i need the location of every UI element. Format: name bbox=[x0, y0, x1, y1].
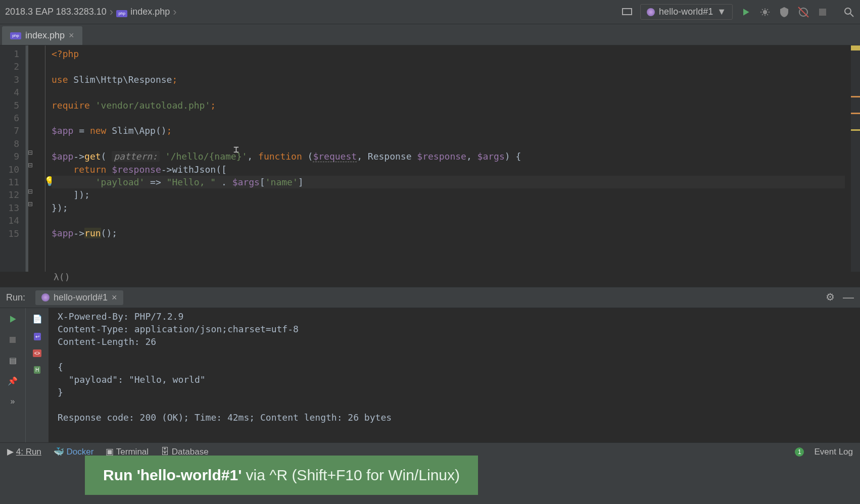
run-tab-label: hello-world#1 bbox=[54, 292, 108, 303]
php-run-icon bbox=[647, 8, 655, 16]
line-number: 4 bbox=[0, 86, 19, 98]
code-token: Slim\Http\Response bbox=[73, 74, 172, 85]
screen-icon[interactable] bbox=[621, 6, 633, 18]
minimize-icon[interactable]: — bbox=[843, 291, 854, 304]
stop-button[interactable] bbox=[817, 6, 829, 18]
debug-button[interactable] bbox=[759, 6, 771, 18]
line-number: 11 bbox=[0, 176, 19, 188]
code-token: ; bbox=[210, 100, 216, 111]
code-token: run bbox=[84, 228, 101, 238]
gutter: 1 2 3 4 5 6 7 8 9 10 11 12 13 14 15 bbox=[0, 45, 25, 272]
code-token: return bbox=[52, 164, 112, 175]
run-tab[interactable]: hello-world#1 × bbox=[35, 290, 123, 305]
profiler-button[interactable] bbox=[797, 6, 809, 18]
code-token: , Response bbox=[357, 151, 417, 162]
file-icon: php bbox=[116, 7, 127, 17]
code-token: , bbox=[247, 151, 258, 162]
close-icon[interactable]: × bbox=[112, 292, 117, 303]
run-toolbar-left: ▤ 📌 » bbox=[0, 308, 25, 442]
code-token: ( bbox=[302, 151, 313, 162]
console-output[interactable]: X-Powered-By: PHP/7.2.9 Content-Type: ap… bbox=[49, 308, 860, 442]
code-token: <?php bbox=[52, 48, 79, 59]
code-token: ]); bbox=[52, 189, 90, 200]
tab-label: index.php bbox=[25, 30, 65, 41]
code-token: 'payload' bbox=[95, 177, 145, 187]
popup-bold: Run 'hello-world#1' bbox=[103, 467, 242, 483]
code-token: 'vendor/autoload.php' bbox=[95, 100, 211, 111]
code-token: $response bbox=[112, 164, 161, 175]
expand-icon[interactable]: » bbox=[11, 397, 15, 406]
run-button[interactable] bbox=[740, 6, 752, 18]
run-tool-header: Run: hello-world#1 × ⚙ — bbox=[0, 287, 860, 308]
code-token: = bbox=[73, 125, 90, 136]
soft-wrap-icon[interactable]: ↩ bbox=[34, 333, 41, 340]
stop-button[interactable] bbox=[8, 335, 17, 344]
run-panel-title: Run: bbox=[6, 292, 25, 303]
code-token: get bbox=[84, 151, 101, 162]
event-log-button[interactable]: Event Log bbox=[814, 447, 853, 457]
error-stripe[interactable] bbox=[851, 45, 860, 272]
scroll-to-end-icon[interactable]: 📄 bbox=[32, 314, 42, 324]
run-toolwindow-button[interactable]: ▶ 4: Run bbox=[7, 446, 41, 457]
line-number: 14 bbox=[0, 214, 19, 227]
editor[interactable]: 1 2 3 4 5 6 7 8 9 10 11 12 13 14 15 ⊟ ⊟ … bbox=[0, 45, 860, 272]
layout-button[interactable]: ▤ bbox=[9, 356, 17, 365]
code-token: ; bbox=[167, 125, 172, 136]
line-number: 2 bbox=[0, 60, 19, 73]
editor-tab[interactable]: php index.php × bbox=[2, 26, 82, 45]
line-number: 15 bbox=[0, 227, 19, 240]
fold-handle-icon[interactable]: ⊟ bbox=[28, 149, 33, 156]
print-icon[interactable]: <> bbox=[33, 349, 42, 357]
svg-rect-0 bbox=[623, 9, 632, 15]
line-number: 8 bbox=[0, 137, 19, 150]
code-token: $args bbox=[477, 151, 505, 162]
line-number: 3 bbox=[0, 73, 19, 86]
chevron-down-icon: ▼ bbox=[717, 7, 726, 17]
close-tab-icon[interactable]: × bbox=[69, 30, 74, 41]
code-token: 'name' bbox=[265, 177, 298, 187]
event-count-badge[interactable]: 1 bbox=[795, 447, 804, 457]
clear-icon[interactable]: H bbox=[34, 366, 40, 374]
code-token: ( bbox=[101, 151, 112, 162]
code-token: ; bbox=[172, 74, 177, 85]
breadcrumb-file[interactable]: index.php bbox=[130, 7, 170, 17]
code-token: -> bbox=[73, 228, 84, 238]
line-number: 9 bbox=[0, 150, 19, 163]
fold-end-icon[interactable]: ⊟ bbox=[28, 200, 33, 208]
breadcrumb-project[interactable]: 2018.3 EAP 183.3283.10 bbox=[5, 7, 107, 17]
svg-point-1 bbox=[763, 10, 767, 14]
code-token bbox=[160, 151, 165, 162]
code-token: }); bbox=[52, 203, 68, 213]
code-area[interactable]: <?php use Slim\Http\Response; require 'v… bbox=[45, 45, 851, 272]
code-token: => bbox=[145, 177, 166, 187]
php-file-icon: php bbox=[10, 32, 21, 39]
text-cursor-icon: ⌶ bbox=[233, 143, 239, 156]
code-token: ->withJson([ bbox=[161, 164, 227, 175]
line-number: 7 bbox=[0, 124, 19, 137]
coverage-button[interactable] bbox=[778, 6, 790, 18]
gear-icon[interactable]: ⚙ bbox=[826, 291, 835, 304]
code-token: -> bbox=[73, 151, 84, 162]
code-token: function bbox=[258, 151, 302, 162]
code-token: new bbox=[90, 125, 112, 136]
code-token bbox=[52, 177, 95, 187]
code-token: use bbox=[52, 74, 73, 85]
parameter-hint: pattern: bbox=[112, 151, 160, 162]
code-token: "Hello, " bbox=[167, 177, 216, 187]
editor-tabs: php index.php × bbox=[0, 24, 860, 45]
fold-end-icon[interactable]: ⊟ bbox=[28, 188, 33, 195]
breadcrumb-path[interactable]: λ() bbox=[0, 272, 860, 287]
fold-column[interactable]: ⊟ ⊟ ⊟ ⊟ 💡 bbox=[25, 45, 45, 272]
line-number: 10 bbox=[0, 163, 19, 176]
pin-button[interactable]: 📌 bbox=[8, 376, 18, 386]
code-token: (); bbox=[101, 228, 118, 238]
search-everywhere-button[interactable] bbox=[843, 6, 855, 18]
rerun-button[interactable] bbox=[8, 314, 18, 324]
topbar: 2018.3 EAP 183.3283.10 › php index.php ›… bbox=[0, 0, 860, 24]
fold-handle-icon[interactable]: ⊟ bbox=[28, 162, 33, 169]
code-token: $request bbox=[313, 151, 357, 162]
code-token: $response bbox=[417, 151, 466, 162]
run-config-label: hello-world#1 bbox=[659, 7, 713, 17]
run-configuration-selector[interactable]: hello-world#1 ▼ bbox=[640, 4, 733, 20]
svg-rect-3 bbox=[819, 9, 826, 16]
